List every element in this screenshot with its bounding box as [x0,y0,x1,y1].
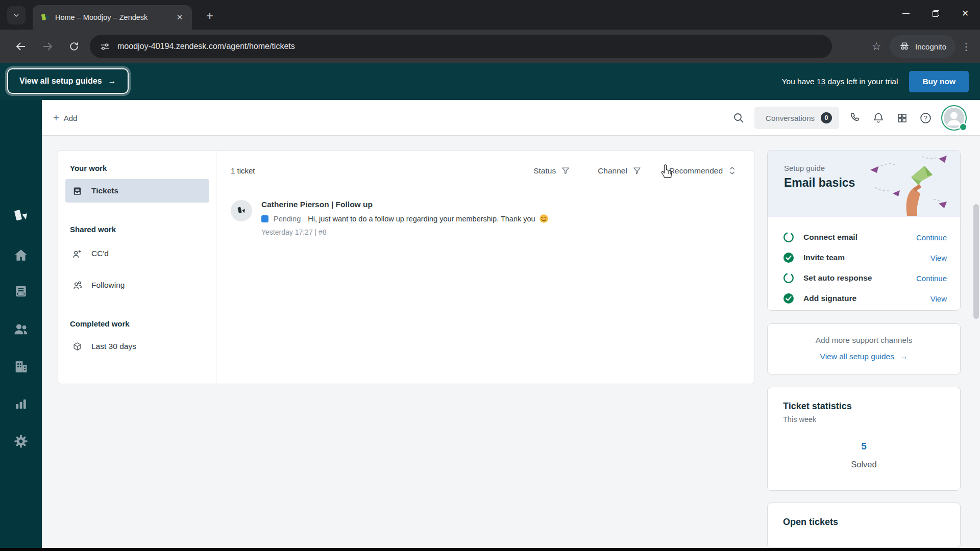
task-action-link[interactable]: Continue [916,233,947,242]
window-close-button[interactable]: ✕ [950,0,980,27]
support-channels-card: Add more support channels View all setup… [767,323,961,374]
setup-guide-card: Setup guide Email basics [767,150,961,311]
tab-search-button[interactable] [7,6,26,24]
incognito-badge: Incognito [890,35,955,58]
page-scrollbar[interactable] [973,204,979,319]
task-label: Connect email [803,233,857,242]
zendesk-logo-icon [0,207,42,224]
window-controls: ✕ [891,0,980,27]
sort-recommended[interactable]: Recommended [669,166,737,176]
ticket-title[interactable]: Catherine Pierson | Follow up [261,200,549,209]
incognito-label: Incognito [915,42,946,51]
task-open-circle-icon [783,232,794,243]
smiley-emoji [539,214,549,223]
nav-item-following[interactable]: Following [65,273,209,297]
admin-nav-icon[interactable] [0,433,42,449]
forward-button[interactable] [37,36,58,57]
nav-item-last-30-days[interactable]: Last 30 days [65,335,209,358]
setup-task-connect-email: Connect email Continue [783,227,947,247]
add-label: Add [64,114,78,122]
site-controls-icon[interactable] [99,41,110,52]
tab-title: Home – Moodjoy – Zendesk [55,13,168,21]
nav-item-label: Following [91,281,125,290]
browser-menu-icon[interactable]: ⋮ [960,41,973,53]
setup-task-add-signature: Add signature View [783,288,947,309]
mouse-cursor [659,162,675,180]
trial-countdown-text: You have 13 days left in your trial [782,77,898,86]
window-minimize-button[interactable] [891,0,921,27]
svg-text:?: ? [924,114,927,121]
url-text[interactable]: moodjoy-40194.zendesk.com/agent/home/tic… [117,42,295,51]
solved-count[interactable]: 5 [783,441,945,452]
task-check-icon [783,293,794,304]
tab-close-icon[interactable]: ✕ [174,11,186,23]
browser-tab-strip: Home – Moodjoy – Zendesk ✕ + ✕ [0,0,980,30]
nav-item-tickets[interactable]: Tickets [65,179,209,203]
ticket-count: 1 ticket [231,166,255,175]
reload-button[interactable] [63,36,85,57]
restore-icon [933,10,939,17]
task-action-link[interactable]: Continue [916,274,947,283]
ticket-meta: Yesterday 17:27 | #8 [261,228,549,236]
origami-hand-illustration [862,151,959,216]
apps-grid-icon[interactable] [894,113,910,123]
nav-item-label: Last 30 days [91,342,136,351]
nav-heading-completed-work: Completed work [70,319,209,328]
search-icon[interactable] [731,112,746,124]
pending-status-icon [261,215,268,222]
ticket-preview: Hi, just want to do a follow up regardin… [308,214,548,223]
reporting-nav-icon[interactable] [0,396,42,411]
task-label: Invite team [803,253,845,262]
open-tickets-card: Open tickets [767,503,961,548]
customers-nav-icon[interactable] [0,321,42,337]
nav-item-ccd[interactable]: CC'd [65,242,209,265]
requester-avatar [231,200,252,221]
tickets-icon [72,186,83,196]
tickets-nav-icon[interactable] [0,284,42,299]
view-setup-guides-button[interactable]: View all setup guides → [7,68,129,94]
person-add-icon [72,248,83,259]
plus-icon: + [206,9,213,23]
conversations-button[interactable]: Conversations 0 [754,107,839,129]
link-label: View all setup guides [820,352,894,361]
ticket-list-item[interactable]: Catherine Pierson | Follow up Pending Hi… [216,191,754,245]
open-tickets-title: Open tickets [783,517,945,528]
phone-icon[interactable] [847,112,863,124]
organizations-nav-icon[interactable] [0,359,42,375]
profile-avatar[interactable] [941,105,967,131]
new-tab-button[interactable]: + [202,8,217,23]
view-all-setup-guides-link[interactable]: View all setup guides → [820,352,908,361]
ticket-statistics-title: Ticket statistics [783,401,945,412]
channel-filter[interactable]: Channel [598,166,642,176]
nav-item-label: CC'd [91,249,109,258]
home-nav-icon[interactable] [0,247,42,263]
setup-guides-label: View all setup guides [19,77,102,86]
buy-now-button[interactable]: Buy now [909,71,969,92]
task-action-link[interactable]: View [930,254,947,262]
filter-label: Status [533,166,556,176]
workspace-nav: Your work Tickets Shared work CC'd [58,151,216,384]
browser-toolbar: moodjoy-40194.zendesk.com/agent/home/tic… [0,30,980,63]
agent-top-bar: + Add Conversations 0 ? [42,100,980,136]
status-filter[interactable]: Status [533,166,570,176]
browser-tab[interactable]: Home – Moodjoy – Zendesk ✕ [33,5,192,30]
trial-days-link[interactable]: 13 days [817,77,844,86]
arrow-right-icon: → [900,352,908,361]
sort-label: Recommended [669,166,723,176]
zendesk-favicon [41,13,50,22]
ticket-statistics-subtitle: This week [783,415,945,423]
add-button[interactable]: + Add [53,100,77,136]
url-bar[interactable]: moodjoy-40194.zendesk.com/agent/home/tic… [90,35,832,58]
conversations-count-badge: 0 [821,112,832,123]
setup-task-invite-team: Invite team View [783,247,947,268]
conversations-label: Conversations [766,114,815,122]
back-button[interactable] [10,36,32,57]
task-open-circle-icon [783,272,794,284]
notifications-bell-icon[interactable] [871,112,886,124]
window-restore-button[interactable] [921,0,950,27]
bookmark-star-icon[interactable]: ☆ [867,40,886,53]
task-action-link[interactable]: View [930,294,947,303]
solved-label: Solved [783,460,945,469]
help-icon[interactable]: ? [918,112,933,124]
product-sidebar [0,100,42,548]
